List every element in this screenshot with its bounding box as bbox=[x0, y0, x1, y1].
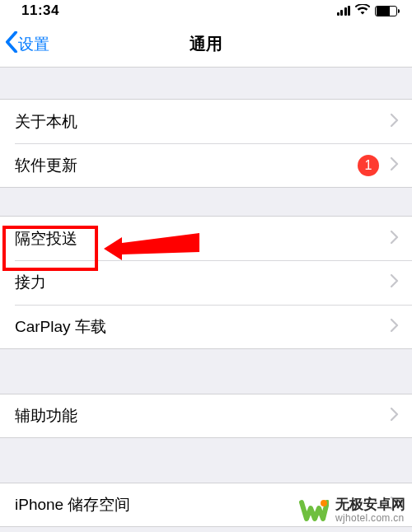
row-label: 接力 bbox=[15, 272, 391, 293]
chevron-right-icon bbox=[391, 230, 399, 248]
chevron-right-icon bbox=[391, 407, 399, 425]
row-airdrop[interactable]: 隔空投送 bbox=[0, 216, 412, 260]
page-title: 通用 bbox=[190, 33, 222, 55]
battery-icon bbox=[375, 6, 397, 16]
row-about[interactable]: 关于本机 bbox=[0, 99, 412, 143]
chevron-right-icon bbox=[391, 113, 399, 131]
watermark-url: wjhotel.com.cn bbox=[335, 513, 405, 525]
watermark-text: 无极安卓网 wjhotel.com.cn bbox=[335, 497, 405, 524]
row-software-update[interactable]: 软件更新 1 bbox=[0, 143, 412, 188]
wifi-icon bbox=[355, 2, 370, 19]
row-label: 关于本机 bbox=[15, 111, 391, 133]
watermark-title: 无极安卓网 bbox=[335, 497, 405, 513]
chevron-right-icon bbox=[391, 273, 399, 292]
watermark: 无极安卓网 wjhotel.com.cn bbox=[299, 496, 405, 525]
row-label: 软件更新 bbox=[15, 155, 358, 176]
row-label: CarPlay 车载 bbox=[15, 316, 391, 338]
status-bar: 11:34 bbox=[0, 0, 412, 21]
watermark-logo-icon bbox=[299, 496, 329, 525]
status-time: 11:34 bbox=[21, 2, 59, 19]
chevron-left-icon bbox=[5, 31, 18, 57]
row-label: 辅助功能 bbox=[15, 405, 391, 427]
chevron-right-icon bbox=[391, 318, 399, 336]
cellular-signal-icon bbox=[337, 6, 351, 16]
group-accessibility: 辅助功能 bbox=[0, 394, 412, 438]
svg-point-0 bbox=[321, 500, 327, 506]
group-continuity: 隔空投送 接力 CarPlay 车载 bbox=[0, 216, 412, 349]
nav-bar: 设置 通用 bbox=[0, 21, 412, 68]
row-handoff[interactable]: 接力 bbox=[0, 260, 412, 305]
update-badge: 1 bbox=[358, 155, 379, 176]
back-label: 设置 bbox=[18, 34, 49, 55]
group-device: 关于本机 软件更新 1 bbox=[0, 99, 412, 188]
row-label: 隔空投送 bbox=[15, 228, 391, 250]
status-indicators bbox=[337, 2, 398, 19]
row-accessibility[interactable]: 辅助功能 bbox=[0, 394, 412, 438]
row-carplay[interactable]: CarPlay 车载 bbox=[0, 305, 412, 349]
back-button[interactable]: 设置 bbox=[5, 21, 49, 67]
chevron-right-icon bbox=[391, 156, 399, 175]
